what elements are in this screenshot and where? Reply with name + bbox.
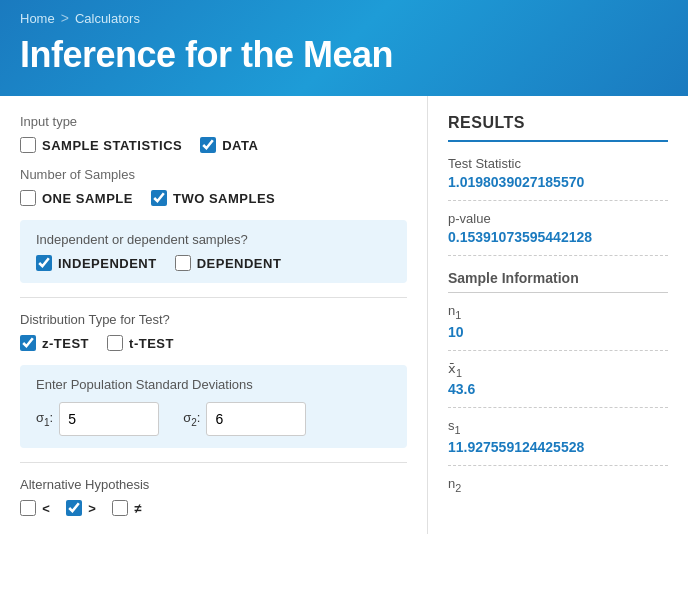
- hyp-greater-input[interactable]: [66, 500, 82, 516]
- two-samples-input[interactable]: [151, 190, 167, 206]
- main-layout: Input type SAMPLE STATISTICS DATA Number…: [0, 96, 688, 534]
- n1-label: n1: [448, 303, 668, 321]
- hyp-less-input[interactable]: [20, 500, 36, 516]
- dist-type-label: Distribution Type for Test?: [20, 312, 407, 327]
- breadcrumb-sep: >: [61, 10, 69, 26]
- n2-label: n2: [448, 476, 668, 494]
- sample-statistics-input[interactable]: [20, 137, 36, 153]
- hyp-neq-input[interactable]: [112, 500, 128, 516]
- independent-input[interactable]: [36, 255, 52, 271]
- pop-std-title: Enter Population Standard Deviations: [36, 377, 391, 392]
- pvalue-item: p-value 0.15391073595442128: [448, 211, 668, 256]
- divider-1: [20, 297, 407, 298]
- t-test-checkbox[interactable]: t-TEST: [107, 335, 174, 351]
- sigma1-input[interactable]: [59, 402, 159, 436]
- hyp-neq-symbol: ≠: [134, 501, 142, 516]
- t-test-input[interactable]: [107, 335, 123, 351]
- sigma2-group: σ2:: [183, 402, 306, 436]
- breadcrumb-calculators: Calculators: [75, 11, 140, 26]
- dependent-label: DEPENDENT: [197, 256, 282, 271]
- t-test-label: t-TEST: [129, 336, 174, 351]
- pop-std-box: Enter Population Standard Deviations σ1:…: [20, 365, 407, 448]
- header: Home > Calculators Inference for the Mea…: [0, 0, 688, 96]
- sample-info-header: Sample Information: [448, 270, 668, 293]
- sample-statistics-label: SAMPLE STATISTICS: [42, 138, 182, 153]
- hyp-greater-checkbox[interactable]: >: [66, 500, 96, 516]
- s1-value: 11.927559124425528: [448, 439, 668, 455]
- alt-hyp-label: Alternative Hypothesis: [20, 477, 407, 492]
- n1-value: 10: [448, 324, 668, 340]
- hyp-neq-checkbox[interactable]: ≠: [112, 500, 142, 516]
- input-type-label: Input type: [20, 114, 407, 129]
- input-type-row: SAMPLE STATISTICS DATA: [20, 137, 407, 153]
- s1-label: s1: [448, 418, 668, 436]
- one-sample-checkbox[interactable]: ONE SAMPLE: [20, 190, 133, 206]
- test-statistic-item: Test Statistic 1.0198039027185570: [448, 156, 668, 201]
- breadcrumb: Home > Calculators: [20, 10, 668, 26]
- data-input[interactable]: [200, 137, 216, 153]
- independent-label: INDEPENDENT: [58, 256, 157, 271]
- test-statistic-value: 1.0198039027185570: [448, 174, 668, 190]
- data-label: DATA: [222, 138, 258, 153]
- n2-item: n2: [448, 476, 668, 507]
- hyp-less-checkbox[interactable]: <: [20, 500, 50, 516]
- breadcrumb-home[interactable]: Home: [20, 11, 55, 26]
- page-title: Inference for the Mean: [20, 34, 668, 76]
- dependent-input[interactable]: [175, 255, 191, 271]
- dependent-checkbox[interactable]: DEPENDENT: [175, 255, 282, 271]
- dist-type-row: z-TEST t-TEST: [20, 335, 407, 351]
- xbar1-value: 43.6: [448, 381, 668, 397]
- num-samples-label: Number of Samples: [20, 167, 407, 182]
- independent-checkbox[interactable]: INDEPENDENT: [36, 255, 157, 271]
- results-title: RESULTS: [448, 114, 668, 142]
- pvalue-value: 0.15391073595442128: [448, 229, 668, 245]
- right-panel: RESULTS Test Statistic 1.019803902718557…: [428, 96, 688, 534]
- left-panel: Input type SAMPLE STATISTICS DATA Number…: [0, 96, 428, 534]
- sigma2-label: σ2:: [183, 410, 200, 428]
- xbar1-item: x̄1 43.6: [448, 361, 668, 409]
- pvalue-label: p-value: [448, 211, 668, 226]
- s1-item: s1 11.927559124425528: [448, 418, 668, 466]
- hyp-greater-symbol: >: [88, 501, 96, 516]
- divider-2: [20, 462, 407, 463]
- z-test-input[interactable]: [20, 335, 36, 351]
- sigma2-input[interactable]: [206, 402, 306, 436]
- xbar1-label: x̄1: [448, 361, 668, 379]
- hyp-symbols-row: < > ≠: [20, 500, 407, 516]
- z-test-checkbox[interactable]: z-TEST: [20, 335, 89, 351]
- two-samples-checkbox[interactable]: TWO SAMPLES: [151, 190, 275, 206]
- std-fields-row: σ1: σ2:: [36, 402, 391, 436]
- one-sample-label: ONE SAMPLE: [42, 191, 133, 206]
- test-statistic-label: Test Statistic: [448, 156, 668, 171]
- sigma1-group: σ1:: [36, 402, 159, 436]
- one-sample-input[interactable]: [20, 190, 36, 206]
- indep-dep-box: Independent or dependent samples? INDEPE…: [20, 220, 407, 283]
- sample-statistics-checkbox[interactable]: SAMPLE STATISTICS: [20, 137, 182, 153]
- hyp-less-symbol: <: [42, 501, 50, 516]
- data-checkbox[interactable]: DATA: [200, 137, 258, 153]
- num-samples-row: ONE SAMPLE TWO SAMPLES: [20, 190, 407, 206]
- indep-dep-row: INDEPENDENT DEPENDENT: [36, 255, 391, 271]
- z-test-label: z-TEST: [42, 336, 89, 351]
- two-samples-label: TWO SAMPLES: [173, 191, 275, 206]
- indep-dep-title: Independent or dependent samples?: [36, 232, 391, 247]
- n1-item: n1 10: [448, 303, 668, 351]
- sigma1-label: σ1:: [36, 410, 53, 428]
